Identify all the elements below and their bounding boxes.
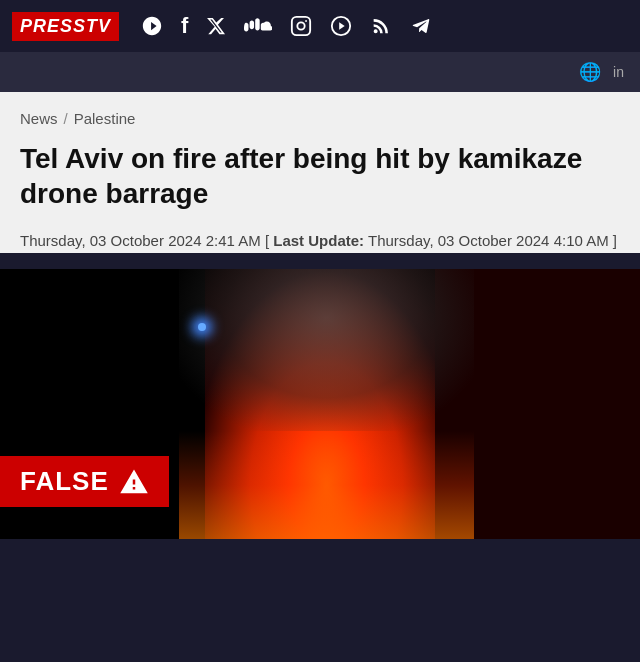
meta-bracket-open: [	[265, 232, 269, 249]
globe-icon[interactable]: 🌐	[579, 61, 601, 83]
smoke-effect	[179, 269, 473, 431]
false-label: FALSE	[20, 466, 109, 497]
breadcrumb-separator: /	[64, 110, 68, 127]
social-nav: f	[141, 13, 432, 39]
rss-icon[interactable]	[370, 15, 392, 37]
odysee-icon[interactable]	[330, 15, 352, 37]
svg-point-2	[305, 20, 307, 22]
article-container: News / Palestine Tel Aviv on fire after …	[0, 92, 640, 253]
warning-triangle-icon	[119, 467, 149, 497]
last-update-label: Last Update:	[273, 232, 364, 249]
instagram-icon[interactable]	[290, 15, 312, 37]
meta-bracket-close: ]	[613, 232, 617, 249]
svg-marker-4	[340, 22, 346, 29]
utility-bar: 🌐 in	[0, 52, 640, 92]
breadcrumb: News / Palestine	[20, 110, 620, 127]
site-logo[interactable]: PRESSTV	[12, 12, 119, 41]
twitter-x-icon[interactable]	[206, 16, 226, 36]
site-header: PRESSTV f	[0, 0, 640, 52]
svg-rect-0	[292, 17, 310, 35]
facebook-icon[interactable]: f	[181, 13, 188, 39]
street-glow	[179, 431, 473, 539]
soundcloud-icon[interactable]	[244, 17, 272, 35]
svg-point-1	[298, 22, 305, 29]
language-in-label: in	[613, 64, 624, 80]
last-update-date: Thursday, 03 October 2024 4:10 AM	[368, 232, 609, 249]
false-badge: FALSE	[0, 456, 169, 507]
breadcrumb-news[interactable]: News	[20, 110, 58, 127]
article-meta: Thursday, 03 October 2024 2:41 AM [ Last…	[20, 229, 620, 253]
article-image: FALSE	[0, 269, 640, 539]
breadcrumb-section[interactable]: Palestine	[74, 110, 136, 127]
article-date: Thursday, 03 October 2024 2:41 AM	[20, 232, 261, 249]
telegram-icon[interactable]	[410, 15, 432, 37]
article-title: Tel Aviv on fire after being hit by kami…	[20, 141, 620, 211]
rumble-icon[interactable]	[141, 15, 163, 37]
